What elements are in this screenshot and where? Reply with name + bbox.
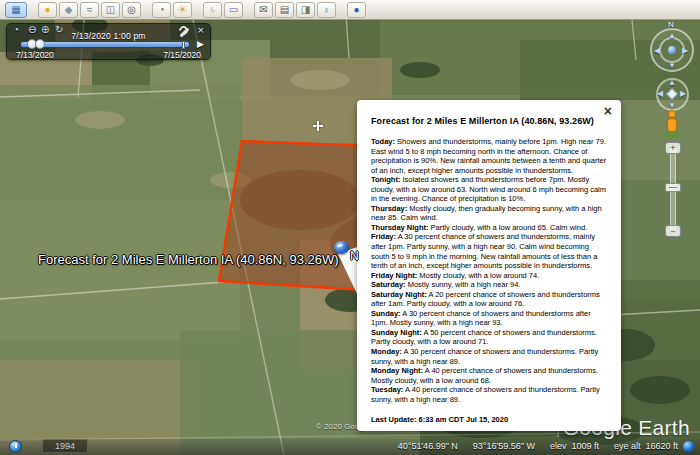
status-eye-altitude: eye alt 16620 ft: [614, 441, 678, 451]
historical-imagery-icon[interactable]: ◔: [152, 2, 171, 18]
forecast-title: Forecast for 2 Miles E Millerton IA (40.…: [371, 116, 607, 126]
view-in-maps-icon[interactable]: ♁: [317, 2, 336, 18]
forecast-day-label: Saturday Night:: [371, 290, 427, 299]
forecast-day-label: Sunday:: [371, 309, 401, 318]
move-left-arrow-icon[interactable]: ◀: [657, 89, 663, 98]
save-image-icon[interactable]: ◨: [296, 2, 315, 18]
balloon-close-icon[interactable]: ×: [604, 105, 612, 117]
forecast-entry: Sunday Night: A 50 percent chance of sho…: [371, 328, 607, 347]
timeslider-play-button[interactable]: ▶: [197, 39, 204, 49]
add-placemark-icon[interactable]: ●: [38, 2, 57, 18]
forecast-day-label: Friday Night:: [371, 271, 417, 280]
forecast-day-text: Partly cloudy, with a low around 65. Cal…: [429, 223, 588, 232]
forecast-entry: Tuesday: A 40 percent chance of showers …: [371, 385, 607, 404]
look-right-arrow-icon[interactable]: ▶: [682, 46, 688, 55]
forecast-balloon: × Forecast for 2 Miles E Millerton IA (4…: [357, 100, 621, 431]
timeslider-track[interactable]: [20, 41, 190, 48]
ruler-icon[interactable]: ▭: [224, 2, 243, 18]
forecast-day-label: Monday:: [371, 347, 402, 356]
forecast-entry: Monday Night: A 40 percent chance of sho…: [371, 366, 607, 385]
forecast-day-label: Sunday Night:: [371, 328, 422, 337]
forecast-day-text: A 30 percent chance of showers and thund…: [371, 232, 597, 270]
timeslider-range-handle-end[interactable]: [35, 39, 45, 49]
forecast-entry: Sunday: A 30 percent chance of showers a…: [371, 309, 607, 328]
globe-icon[interactable]: ●: [347, 2, 366, 18]
email-icon[interactable]: ✉: [254, 2, 273, 18]
forecast-day-text: A 40 percent chance of showers and thund…: [371, 385, 600, 404]
forecast-entry: Tonight: Isolated showers and thundersto…: [371, 175, 607, 204]
move-down-arrow-icon[interactable]: ▼: [668, 101, 676, 110]
forecast-day-text: Showers and thunderstorms, mainly before…: [371, 137, 606, 175]
add-polygon-icon[interactable]: ◆: [59, 2, 78, 18]
time-slider-panel: ◔ ⊖ ⊕ ↻ × 7/13/2020 1:00 pm ▶ 7/13/2020 …: [6, 23, 211, 60]
forecast-day-label: Saturday:: [371, 280, 406, 289]
google-earth-window: ▦●◆≈◫◎◔☀♄▭✉▤◨♁● ◔ ⊖ ⊕ ↻ × 7/13/2020 1:00…: [0, 0, 700, 455]
forecast-day-text: A 30 percent chance of showers and thund…: [371, 309, 591, 328]
forecast-day-text: Mostly sunny, with a high near 94.: [406, 280, 521, 289]
forecast-entry: Saturday: Mostly sunny, with a high near…: [371, 280, 607, 290]
airport-cross-marker: [313, 121, 323, 131]
forecast-entry: Friday Night: Mostly cloudy, with a low …: [371, 271, 607, 281]
print-icon[interactable]: ▤: [275, 2, 294, 18]
timeslider-end-marker: [182, 41, 185, 49]
move-up-arrow-icon[interactable]: ▲: [668, 78, 676, 87]
forecast-entry: Thursday: Mostly cloudy, then gradually …: [371, 204, 607, 223]
forecast-day-label: Friday:: [371, 232, 396, 241]
last-update-label: Last Update: 6:33 am CDT Jul 15, 2020: [371, 415, 607, 424]
historical-year-badge[interactable]: 1994: [42, 439, 88, 453]
record-tour-icon[interactable]: ◎: [122, 2, 141, 18]
status-elevation: elev 1009 ft: [550, 441, 599, 451]
placemark-label-fragment: N: [350, 249, 359, 263]
status-bar: 40°51'46.99" N 93°16'59.56" W elev 1009 …: [0, 439, 700, 455]
status-longitude: 93°16'59.56" W: [473, 441, 535, 451]
forecast-day-text: Isolated showers and thunderstorms befor…: [371, 175, 606, 203]
add-image-overlay-icon[interactable]: ◫: [101, 2, 120, 18]
forecast-entry: Today: Showers and thunderstorms, mainly…: [371, 137, 607, 175]
forecast-day-text: Mostly cloudy, with a low around 74.: [417, 271, 539, 280]
zoom-out-button[interactable]: −: [665, 225, 681, 237]
forecast-entry: Monday: A 30 percent chance of showers a…: [371, 347, 607, 366]
status-latitude: 40°51'46.99" N: [398, 441, 458, 451]
placemark-label[interactable]: Forecast for 2 Miles E Millerton IA (40.…: [38, 252, 339, 267]
forecast-entry: Saturday Night: A 20 percent chance of s…: [371, 290, 607, 309]
timeslider-range-start-label: 7/13/2020: [16, 50, 54, 60]
forecast-day-label: Thursday:: [371, 204, 407, 213]
forecast-day-text: A 30 percent chance of showers and thund…: [371, 347, 598, 366]
forecast-day-label: Tonight:: [371, 175, 400, 184]
zoom-slider: + −: [668, 142, 678, 237]
forecast-day-label: Today:: [371, 137, 395, 146]
zoom-in-button[interactable]: +: [665, 142, 681, 154]
planets-icon[interactable]: ♄: [203, 2, 222, 18]
forecast-day-label: Tuesday:: [371, 385, 403, 394]
sidebar-toggle-icon[interactable]: ▦: [5, 2, 27, 18]
forecast-day-label: Thursday Night:: [371, 223, 429, 232]
pegman-icon[interactable]: [662, 110, 682, 138]
look-center-eye-icon[interactable]: [668, 46, 676, 54]
forecast-entry: Friday: A 30 percent chance of showers a…: [371, 232, 607, 270]
timeslider-range-end-label: 7/15/2020: [163, 50, 201, 60]
look-up-arrow-icon[interactable]: ▲: [668, 31, 676, 40]
add-path-icon[interactable]: ≈: [80, 2, 99, 18]
forecast-entries: Today: Showers and thunderstorms, mainly…: [371, 137, 607, 404]
forecast-day-label: Monday Night:: [371, 366, 423, 375]
nws-placemark-icon[interactable]: [334, 241, 349, 254]
forecast-entry: Thursday Night: Partly cloudy, with a lo…: [371, 223, 607, 233]
sunlight-icon[interactable]: ☀: [173, 2, 192, 18]
historical-imagery-clock-icon[interactable]: [9, 440, 22, 453]
move-right-arrow-icon[interactable]: ▶: [680, 89, 686, 98]
zoom-slider-handle[interactable]: [665, 183, 681, 192]
look-down-arrow-icon[interactable]: ▼: [668, 61, 676, 70]
look-left-arrow-icon[interactable]: ◀: [654, 46, 660, 55]
streaming-globe-icon: [683, 441, 694, 452]
main-toolbar: ▦●◆≈◫◎◔☀♄▭✉▤◨♁●: [0, 0, 700, 20]
